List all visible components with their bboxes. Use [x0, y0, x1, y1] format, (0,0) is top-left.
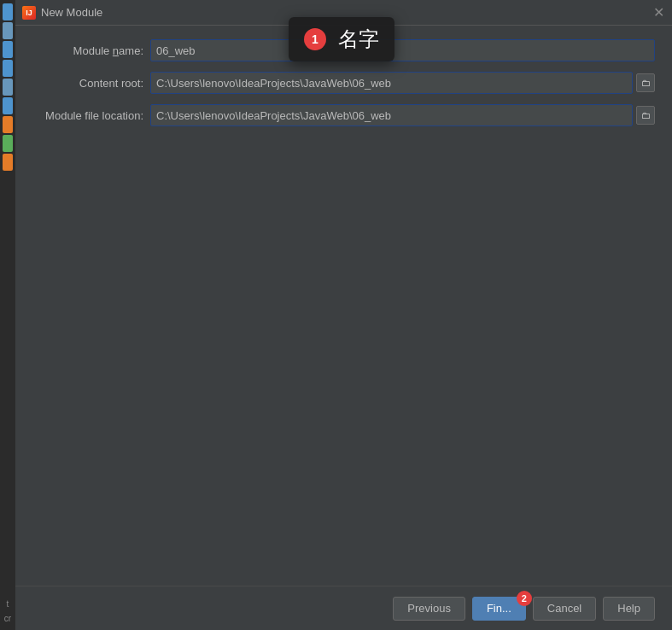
finish-badge: 2 [517, 591, 532, 606]
app-icon-label: IJ [26, 9, 32, 17]
sidebar-text-2: cr [4, 614, 11, 630]
module-name-input[interactable] [150, 39, 655, 61]
new-module-dialog: IJ New Module ✕ Module name: Content roo… [15, 0, 672, 630]
previous-button[interactable]: Previous [393, 597, 465, 621]
module-file-location-input[interactable] [150, 104, 633, 126]
sidebar-item-3 [3, 41, 13, 58]
sidebar-item-7 [3, 116, 13, 133]
close-button[interactable]: ✕ [652, 6, 665, 20]
sidebar-item-9 [3, 154, 13, 171]
content-root-folder-button[interactable]: 🗀 [636, 73, 655, 92]
dialog-footer: Previous Fin... 2 Cancel Help [15, 586, 672, 630]
sidebar-item-1 [3, 3, 13, 20]
tooltip-badge: 1 [304, 28, 326, 50]
folder-icon-2: 🗀 [641, 110, 651, 120]
sidebar: t cr [0, 0, 15, 630]
module-file-location-label: Module file location: [32, 109, 143, 122]
module-name-label: Module name: [32, 44, 143, 57]
module-file-location-input-wrapper: 🗀 [150, 104, 655, 126]
content-root-input[interactable] [150, 72, 633, 94]
tooltip-text: 名字 [338, 26, 379, 53]
cancel-label: Cancel [547, 602, 581, 615]
sidebar-item-5 [3, 79, 13, 96]
cancel-button[interactable]: Cancel [533, 597, 596, 621]
content-root-row: Content root: 🗀 [32, 72, 655, 94]
module-file-location-folder-button[interactable]: 🗀 [636, 106, 655, 125]
app-icon: IJ [22, 6, 36, 20]
content-root-label: Content root: [32, 77, 143, 90]
sidebar-item-8 [3, 135, 13, 152]
sidebar-item-6 [3, 97, 13, 114]
tooltip-overlay: 1 名字 [289, 17, 394, 61]
content-root-input-wrapper: 🗀 [150, 72, 655, 94]
help-button[interactable]: Help [603, 597, 655, 621]
module-name-input-wrapper [150, 39, 655, 61]
module-file-location-row: Module file location: 🗀 [32, 104, 655, 126]
sidebar-text-1: t [7, 599, 9, 612]
help-label: Help [617, 602, 640, 615]
dialog-content: Module name: Content root: 🗀 Module file… [15, 26, 672, 586]
finish-button[interactable]: Fin... 2 [472, 597, 526, 621]
finish-label: Fin... [487, 602, 511, 615]
sidebar-item-4 [3, 60, 13, 77]
previous-label: Previous [407, 602, 451, 615]
folder-icon: 🗀 [641, 78, 651, 88]
sidebar-item-2 [3, 22, 13, 39]
